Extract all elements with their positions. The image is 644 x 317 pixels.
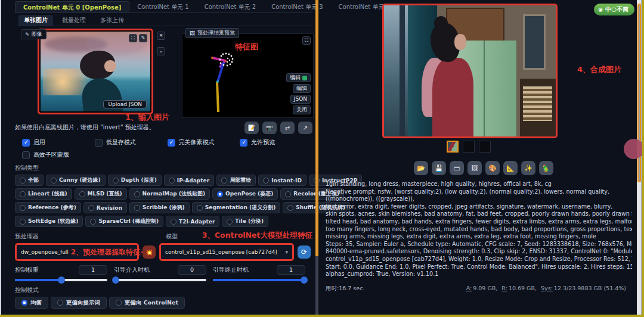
picture-frame-shape — [523, 14, 545, 69]
send-dimensions-icon[interactable]: ↗ — [298, 122, 312, 134]
panel-scrollbar[interactable] — [315, 0, 318, 315]
control-weight-track[interactable] — [15, 279, 107, 281]
close-preview-button[interactable]: 关闭 — [293, 105, 311, 114]
preprocessor-dropdown[interactable]: dw_openpose_full 2、预处理器提取特征- ▾ — [17, 245, 137, 259]
guidance-end-track[interactable] — [213, 279, 305, 281]
control-type-mlsd[interactable]: MLSD (直线) — [75, 188, 127, 200]
checkbox-effective-region-mask-box[interactable] — [22, 151, 30, 159]
control-type-softedge[interactable]: SoftEdge (软边缘) — [15, 216, 83, 227]
upscale-icon[interactable]: ✨ — [521, 161, 535, 175]
openpose-skeleton — [208, 51, 249, 115]
control-type-sparsectrl[interactable]: SparseCtrl (稀疏控制) — [85, 216, 163, 227]
chevron-down-icon[interactable]: ⌄ — [157, 47, 165, 55]
model-value: control_v11p_sd15_openpose [cab727d4] — [165, 249, 277, 255]
floating-widget-button[interactable] — [624, 139, 644, 159]
tab-batch[interactable]: 批量处理 — [57, 15, 91, 26]
mask-checkbox-row: 高效子区蒙版 — [15, 151, 312, 159]
window-left-edge — [0, 0, 1, 317]
slider-knob[interactable] — [112, 276, 119, 284]
edit-image-icon[interactable]: ✎ — [139, 34, 147, 42]
send-to-inpaint-icon[interactable]: 🎨 — [485, 161, 500, 175]
control-type-segmentation[interactable]: Segmentation (语义分割) — [192, 202, 281, 213]
webcam-icon[interactable]: 📷 — [262, 122, 277, 134]
send-to-img2img-icon[interactable]: 🖼 — [467, 161, 482, 175]
preview-fullscreen-icon[interactable]: ⛶ — [302, 36, 311, 45]
control-type-instant-id[interactable]: Instant-ID — [258, 175, 306, 186]
close-icon[interactable]: ✕ — [157, 32, 165, 40]
control-mode-controlnet[interactable]: 更偏向 ControlNet — [109, 297, 185, 309]
new-canvas-icon[interactable]: 📝 — [244, 122, 259, 134]
control-type-scribble[interactable]: Scribble (涂鸦) — [129, 202, 190, 213]
guidance-start-track[interactable] — [114, 279, 206, 281]
guidance-end-value[interactable]: 1 — [277, 265, 305, 275]
fullscreen-icon[interactable]: ⛶ — [129, 34, 137, 42]
result-annotation-box — [382, 4, 558, 138]
control-type-all[interactable]: 全部 — [15, 175, 44, 186]
send-to-extras-icon[interactable]: 📐 — [503, 161, 518, 175]
control-type-lineart[interactable]: Lineart (线稿) — [15, 188, 72, 200]
tab-unit-1[interactable]: ControlNet 单元 1 — [129, 1, 196, 13]
control-mode-prompt[interactable]: 更偏向提示词 — [51, 297, 107, 309]
result-panel: 4、合成图片 ❀ 中○不简 📂 💾 🗃 🖼 🎨 📐 ✨ 🦜 1girl stan… — [321, 0, 637, 315]
close-preview-label: 关闭 — [296, 106, 307, 114]
save-zip-icon[interactable]: 🗃 — [450, 161, 464, 175]
checkbox-lowvram[interactable]: 低显存模式 — [95, 138, 168, 147]
control-type-canny[interactable]: Canny (硬边缘) — [46, 175, 106, 186]
tab-unit-2[interactable]: ControlNet 单元 2 — [197, 1, 264, 13]
control-weight-value[interactable]: 1 — [79, 265, 107, 275]
control-type-openpose[interactable]: OpenPose (姿态) — [212, 188, 278, 200]
checkbox-pixel-perfect[interactable]: 完美像素模式 — [168, 138, 240, 147]
input-image[interactable]: ⛶ ✎ Upload JSON — [41, 32, 150, 111]
thumbnail-selected[interactable] — [447, 141, 459, 153]
checkbox-lowvram-box[interactable] — [95, 139, 103, 147]
thumbnail[interactable] — [479, 141, 491, 153]
thumbnail[interactable] — [463, 141, 475, 153]
run-preprocessor-button[interactable]: 💥 — [143, 245, 156, 259]
control-type-normalmap[interactable]: NormalMap (法线贴图) — [129, 188, 210, 200]
checkbox-enable[interactable]: 启用 — [22, 138, 95, 147]
save-icon[interactable]: 💾 — [432, 161, 446, 175]
input-image-annotation-box: ⛶ ✎ Upload JSON — [38, 29, 153, 114]
slider-knob[interactable] — [301, 276, 308, 284]
control-type-row-1: 全部 Canny (硬边缘) Depth (深度) IP-Adapter 局部重… — [15, 175, 312, 186]
edit-pose-label: 编辑 — [290, 74, 301, 82]
control-type-t2i-adapter[interactable]: T2I-Adapter — [166, 216, 219, 227]
control-type-inpaint[interactable]: 局部重绘 — [216, 175, 256, 186]
checkbox-allow-preview[interactable]: 允许预览 — [240, 138, 312, 147]
open-folder-icon[interactable]: 📂 — [414, 161, 428, 175]
guidance-start-value[interactable]: 0 — [178, 265, 206, 275]
json-button[interactable]: JSON — [290, 95, 311, 104]
books-shape — [523, 86, 552, 120]
control-type-tile[interactable]: Tile (分块) — [222, 216, 268, 227]
checkbox-allow-preview-box[interactable] — [240, 139, 247, 147]
tab-multi-upload[interactable]: 多张上传 — [95, 15, 129, 26]
generated-image[interactable] — [384, 5, 556, 136]
info-line: alphas_cumprod: True, Version: v1.10.1 — [326, 271, 632, 278]
control-type-row-4: SoftEdge (软边缘) SparseCtrl (稀疏控制) T2I-Ada… — [15, 216, 312, 227]
checkbox-effective-region-mask[interactable]: 高效子区蒙版 — [22, 151, 95, 159]
info-line: tilted head, bad anatomy, bad hands, ext… — [326, 218, 632, 226]
upload-json-button[interactable]: Upload JSON — [103, 100, 147, 108]
invert-hint-row: 如果使用白底黑线图片，请使用 "invert" 预处理器。 📝 📷 ⇄ ↗ — [15, 121, 312, 134]
checkbox-enable-box[interactable] — [22, 139, 30, 147]
refresh-models-button[interactable]: ⟳ — [298, 245, 311, 259]
preprocessor-annotation-box: dw_openpose_full 2、预处理器提取特征- ▾ — [15, 243, 139, 261]
edit-icon: ✎ — [25, 32, 30, 38]
control-type-revision[interactable]: Revision — [83, 202, 127, 213]
slider-knob[interactable] — [58, 276, 65, 284]
edit-pose-button[interactable]: 编辑 — [286, 73, 311, 82]
image-tab-chip[interactable]: ✎ 图像 — [21, 29, 47, 39]
mirror-webcam-icon[interactable]: ⇄ — [280, 122, 295, 134]
control-mode-balanced[interactable]: 均衡 — [15, 297, 48, 309]
edit-button[interactable]: 编辑 — [293, 84, 311, 93]
tab-single-image[interactable]: 单张图片 — [18, 15, 53, 26]
control-type-reference[interactable]: Reference (参考) — [15, 202, 81, 213]
info-line: control_v11p_sd15_openpose [cab727d4], W… — [326, 256, 632, 263]
control-type-depth[interactable]: Depth (深度) — [108, 175, 162, 186]
tab-unit-0[interactable]: ControlNet 单元 0 [OpenPose] — [15, 1, 129, 13]
control-type-ip-adapter[interactable]: IP-Adapter — [164, 175, 214, 186]
model-dropdown[interactable]: control_v11p_sd15_openpose [cab727d4] ▾ — [161, 245, 292, 259]
checkbox-pixel-perfect-box[interactable] — [168, 139, 175, 147]
preview-toggle-chip[interactable]: 🖼 预处理结果预览 — [185, 28, 239, 38]
bird-icon[interactable]: 🦜 — [539, 161, 553, 175]
